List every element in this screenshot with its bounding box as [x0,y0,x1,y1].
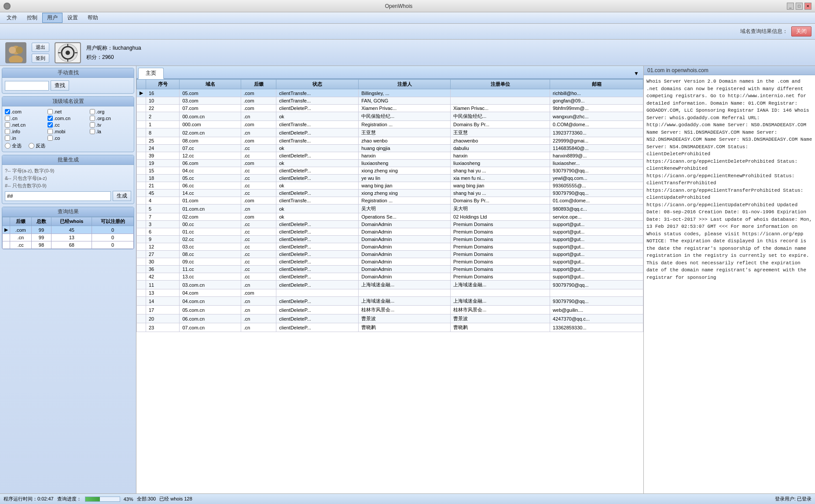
tld-la[interactable]: .la [90,129,131,134]
tld-tv[interactable]: .tv [90,122,131,128]
row-suffix: .cn [10,234,32,241]
table-row[interactable]: 15 04.cc .cc clientDeleteP... xiong zhen… [137,167,643,175]
row-registrant: huang qingjia [359,145,451,152]
table-row[interactable]: 10 03.com .com clientTransfe... FAN, GON… [137,97,643,105]
table-row[interactable]: 19 06.com .com ok liuxiaosheng liuxiaosh… [137,160,643,167]
tld-org[interactable]: .org [90,109,131,114]
tld-co[interactable]: .co [48,135,89,141]
generate-input[interactable] [5,191,111,201]
row-domain: 04.cc [180,167,241,175]
search-button[interactable]: 查找 [51,80,69,91]
results-table-wrap[interactable]: 后缀 总数 已经whois 可以注册的 ▶ .com 99 45 0 .cn 9… [2,217,134,249]
row-tld: .com [241,97,276,105]
row-domain: 05.cc [180,175,241,182]
table-row[interactable]: 1 000.com .com clientTransfe... Registra… [137,121,643,128]
generate-button[interactable]: 生成 [113,191,131,201]
row-tld: .cc [241,182,276,190]
table-row[interactable]: 12 03.cc .cc clientDeleteP... DomainAdmi… [137,243,643,251]
table-row[interactable]: 27 08.cc .cc clientDeleteP... DomainAdmi… [137,251,643,258]
select-all-radio[interactable]: 全选 [5,142,22,149]
tab-arrow[interactable]: ▼ [631,69,642,78]
logout-button[interactable]: 退出 [32,43,49,52]
progress-pct: 43% [124,497,133,502]
table-row[interactable]: 4 01.com .com clientTransfe... Registrat… [137,197,643,205]
checkin-button[interactable]: 签到 [32,54,49,63]
results-row[interactable]: .cc 98 68 0 [3,241,134,249]
row-registrant: xiong zheng xing [359,190,451,197]
table-row[interactable]: 42 13.cc .cc clientDeleteP... DomainAdmi… [137,273,643,281]
tld-cn[interactable]: .cn [5,116,46,121]
table-row[interactable]: 14 04.com.cn .cn clientDeleteP... 上海域迷金融… [137,297,643,306]
row-seq: 1 [146,121,180,128]
results-row[interactable]: .cn 99 13 0 [3,234,134,241]
table-row[interactable]: 39 12.cc .cc clientDeleteP... hanxin han… [137,152,643,160]
table-row[interactable]: 13 04.com .com [137,289,643,297]
table-row[interactable]: 9 02.cc .cc clientDeleteP... DomainAdmin… [137,236,643,243]
row-domain: 03.com.cn [180,281,241,289]
row-arrow-cell [137,145,146,152]
tld-mobi[interactable]: .mobi [48,129,89,134]
row-org: 吴大明 [451,205,550,213]
tld-org-cn[interactable]: .org.cn [90,116,131,121]
row-domain: 01.com.cn [180,205,241,213]
menu-user[interactable]: 用户 [42,13,62,23]
table-row[interactable]: ▶ 16 05.com .com clientTransfe... Billin… [137,89,643,97]
col-domain: 域名 [180,80,241,89]
table-row[interactable]: 5 01.com.cn .cn ok 吴大明 吴大明 980893@qq.c..… [137,205,643,213]
minimize-button[interactable]: _ [787,3,794,10]
row-domain: 07.com [180,105,241,112]
tld-cc[interactable]: .cc [48,122,89,128]
row-seq: 13 [146,289,180,297]
table-row[interactable]: 2 00.com.cn .cn ok 中民保险经纪... 中民保险经纪... w… [137,112,643,121]
row-status: clientDeleteP... [276,243,359,251]
table-row[interactable]: 21 06.cc .cc ok wang bing jian wang bing… [137,182,643,190]
tld-in[interactable]: .in [5,135,46,141]
left-panel: 手动查找 查找 顶级域名设置 .com .net .org .cn .co [0,66,136,493]
tld-info[interactable]: .info [5,129,46,134]
table-row[interactable]: 30 09.cc .cc clientDeleteP... DomainAdmi… [137,258,643,266]
invert-radio[interactable]: 反选 [29,142,45,149]
table-row[interactable]: 18 05.cc .cc clientDeleteP... ye wu lin … [137,175,643,182]
table-row[interactable]: 3 00.cc .cc clientDeleteP... DomainAdmin… [137,221,643,228]
results-row[interactable]: ▶ .com 99 45 0 [3,226,134,234]
table-row[interactable]: 20 06.com.cn .cn clientDeleteP... 曹景波 曹景… [137,314,643,323]
domain-table-wrap[interactable]: 序号 域名 后缀 状态 注册人 注册单位 邮箱 ▶ 16 05.com .com… [136,79,643,493]
close-button[interactable]: ✕ [804,3,811,10]
row-arrow-cell [137,190,146,197]
table-row[interactable]: 36 11.cc .cc clientDeleteP... DomainAdmi… [137,266,643,273]
menu-settings[interactable]: 设置 [62,13,83,23]
tld-net[interactable]: .net [48,109,89,114]
table-row[interactable]: 22 07.com .com clientDeleteP... Xiamen P… [137,105,643,112]
row-tld: .cc [241,190,276,197]
table-row[interactable]: 23 07.com.cn .cn clientDeleteP... 曹晓鹣 曹晓… [137,323,643,332]
tld-net-cn[interactable]: .net.cn [5,122,46,128]
row-arrow-cell [137,266,146,273]
tab-homepage[interactable]: 主页 [138,68,164,79]
table-row[interactable]: 17 05.com.cn .cn clientDeleteP... 桂林市风景会… [137,306,643,314]
search-input[interactable] [5,81,49,91]
tld-com-cn[interactable]: .com.cn [48,116,89,121]
legend-3: #-- 只包含数字(0-9) [5,183,131,189]
row-tld: .cn [241,314,276,323]
table-row[interactable]: 25 08.com .com clientTransfe... zhao wen… [137,137,643,145]
table-row[interactable]: 11 03.com.cn .cn clientDeleteP... 上海域迷金融… [137,281,643,289]
row-email: web@guilin.... [550,306,643,314]
table-row[interactable]: 6 01.cc .cc clientDeleteP... DomainAdmin… [137,228,643,236]
table-row[interactable]: 7 02.com .com ok Operations Se... 02 Hol… [137,213,643,221]
whois-content[interactable]: Whois Server Version 2.0 Domain names in… [644,75,815,493]
maximize-button[interactable]: □ [796,3,803,10]
svg-point-2 [9,47,16,54]
tld-com[interactable]: .com [5,109,46,114]
row-email: wangxun@zhc... [550,112,643,121]
row-seq: 27 [146,251,180,258]
table-row[interactable]: 24 07.cc .cc ok huang qingjia dabuliu 11… [137,145,643,152]
row-seq: 7 [146,213,180,221]
menu-control[interactable]: 控制 [22,13,42,23]
row-status: clientTransfe... [276,197,359,205]
close-panel-button[interactable]: 关闭 [791,26,811,37]
menu-help[interactable]: 帮助 [83,13,103,23]
table-row[interactable]: 8 02.com.cn .cn clientDeleteP... 王亚慧 王亚慧… [137,128,643,137]
menu-file[interactable]: 文件 [2,13,22,23]
row-registrant: liuxiaosheng [359,160,451,167]
table-row[interactable]: 45 14.cc .cc clientDeleteP... xiong zhen… [137,190,643,197]
